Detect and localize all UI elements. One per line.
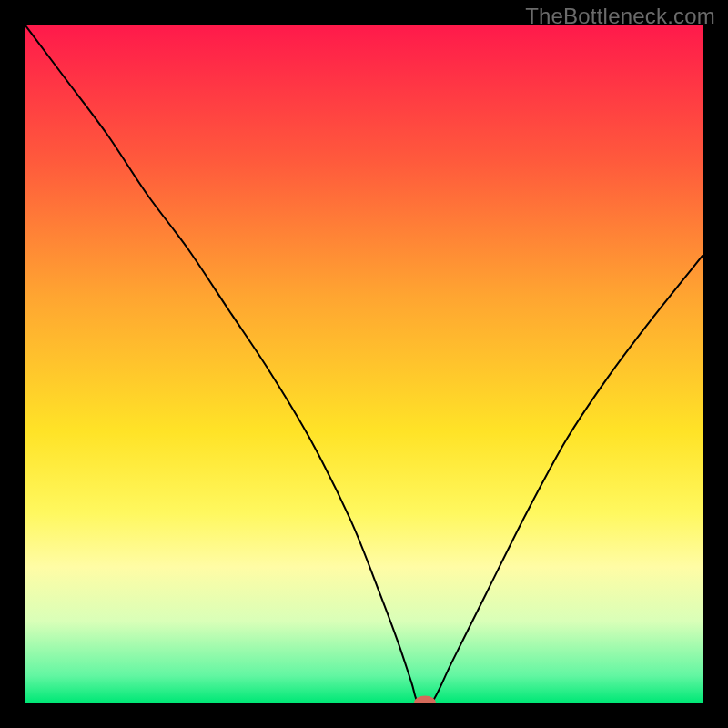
gradient-background (25, 25, 703, 703)
plot-area (25, 25, 703, 703)
chart-frame: TheBottleneck.com (0, 0, 728, 728)
bottleneck-chart (25, 25, 703, 703)
watermark-text: TheBottleneck.com (525, 4, 715, 29)
